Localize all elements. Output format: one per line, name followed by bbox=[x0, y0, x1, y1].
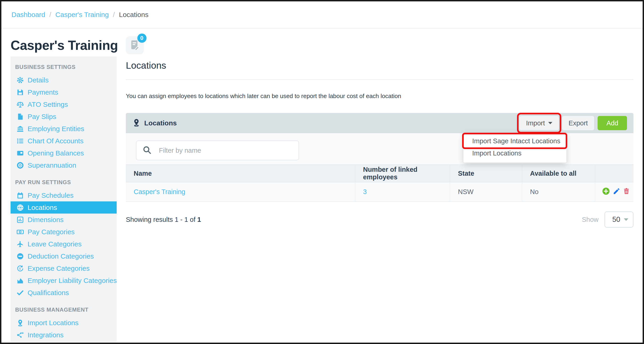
sidebar-item-superannuation[interactable]: Superannuation bbox=[10, 159, 117, 171]
bank-icon bbox=[16, 125, 24, 133]
locations-table: Name Number of linked employees State Av… bbox=[126, 164, 634, 202]
sidebar-item-label: Deduction Categories bbox=[28, 252, 94, 260]
sidebar-item-details[interactable]: Details bbox=[10, 74, 117, 86]
sidebar-item-label: Employer Liability Categories bbox=[28, 277, 117, 284]
settings-sidebar: BUSINESS SETTINGS Details Payments ATO S… bbox=[10, 56, 117, 342]
sidebar-item-pay-categories[interactable]: Pay Categories bbox=[10, 226, 117, 238]
map-pin-icon bbox=[16, 319, 24, 327]
results-summary: Showing results 1 - 1 of 1 bbox=[126, 216, 201, 224]
scales-icon bbox=[16, 100, 24, 108]
sidebar-item-label: Payments bbox=[28, 88, 58, 96]
dollar-refresh-icon: $ bbox=[16, 264, 24, 272]
page-size-value: 50 bbox=[612, 216, 620, 224]
sidebar-item-timesheets[interactable]: Timesheets bbox=[10, 341, 117, 342]
menu-item-import-sage-intacct-locations[interactable]: Import Sage Intacct Locations bbox=[464, 135, 566, 147]
share-icon bbox=[16, 331, 24, 339]
sidebar-item-label: Opening Balances bbox=[28, 149, 84, 157]
delete-trash-icon[interactable] bbox=[623, 188, 630, 196]
page-header: Casper's Training 0 bbox=[2, 28, 642, 56]
sidebar-item-pay-slips[interactable]: Pay Slips bbox=[10, 110, 117, 123]
sidebar-item-import-locations[interactable]: Import Locations bbox=[10, 317, 117, 329]
app-window: Dashboard / Casper's Training / Location… bbox=[0, 0, 644, 344]
panel-header: Locations Import Export bbox=[126, 113, 634, 133]
lifebuoy-icon bbox=[16, 161, 24, 170]
sidebar-item-deduction-categories[interactable]: Deduction Categories bbox=[10, 250, 117, 262]
add-sub-location-icon[interactable] bbox=[602, 187, 610, 197]
sidebar-item-label: Leave Categories bbox=[28, 240, 82, 248]
document-icon bbox=[16, 112, 24, 121]
filter-by-name-input[interactable] bbox=[158, 146, 292, 154]
plane-icon bbox=[16, 240, 24, 248]
breadcrumb-link-business[interactable]: Casper's Training bbox=[55, 11, 109, 18]
heading-divider bbox=[126, 79, 634, 80]
column-header-actions bbox=[595, 165, 634, 182]
import-button-label: Import bbox=[526, 120, 545, 127]
notes-count-badge: 0 bbox=[137, 34, 146, 43]
notes-button[interactable]: 0 bbox=[126, 36, 144, 54]
main-content: Locations You can assign employees to lo… bbox=[126, 56, 634, 342]
banknote-icon bbox=[16, 228, 24, 236]
import-dropdown-menu: Import Sage Intacct Locations Import Loc… bbox=[464, 133, 566, 162]
breadcrumb-link-dashboard[interactable]: Dashboard bbox=[12, 11, 45, 18]
import-button[interactable]: Import bbox=[520, 116, 558, 130]
sidebar-section-business-settings: BUSINESS SETTINGS bbox=[10, 60, 117, 74]
sidebar-item-opening-balances[interactable]: Opening Balances bbox=[10, 147, 117, 159]
gear-icon bbox=[16, 76, 24, 84]
wallet-icon bbox=[16, 149, 24, 157]
row-actions bbox=[595, 182, 634, 202]
sidebar-item-pay-schedules[interactable]: Pay Schedules bbox=[10, 189, 117, 202]
filter-input-box bbox=[136, 140, 299, 160]
breadcrumb-current-page: Locations bbox=[119, 11, 148, 18]
sidebar-item-employing-entities[interactable]: Employing Entities bbox=[10, 123, 117, 135]
results-prefix: Showing results 1 - 1 of bbox=[126, 216, 197, 223]
menu-item-label: Import Sage Intacct Locations bbox=[472, 137, 560, 145]
sidebar-item-employer-liability-categories[interactable]: Employer Liability Categories bbox=[10, 274, 117, 286]
sidebar-item-qualifications[interactable]: Qualifications bbox=[10, 286, 117, 299]
content-area: BUSINESS SETTINGS Details Payments ATO S… bbox=[2, 56, 642, 342]
edit-pencil-icon[interactable] bbox=[613, 188, 620, 196]
column-header-name: Name bbox=[126, 165, 355, 182]
add-button-label: Add bbox=[606, 120, 618, 127]
locations-panel: Locations Import Export bbox=[126, 113, 634, 202]
import-button-wrapper: Import bbox=[520, 116, 558, 130]
sidebar-item-label: Locations bbox=[28, 204, 57, 212]
add-button[interactable]: Add bbox=[598, 116, 627, 130]
page-description: You can assign employees to locations wh… bbox=[126, 92, 634, 100]
panel-actions: Import Export Add bbox=[520, 116, 627, 130]
column-header-linked-employees: Number of linked employees bbox=[355, 165, 450, 182]
linked-employees-link[interactable]: 3 bbox=[363, 188, 367, 196]
sidebar-section-pay-run-settings: PAY RUN SETTINGS bbox=[10, 171, 117, 189]
calendar-icon bbox=[16, 191, 24, 200]
page-size-group: Show 50 bbox=[582, 212, 634, 228]
sidebar-item-expense-categories[interactable]: $ Expense Categories bbox=[10, 262, 117, 274]
sidebar-item-integrations[interactable]: Integrations bbox=[10, 329, 117, 341]
sidebar-item-label: Details bbox=[28, 76, 49, 84]
sidebar-item-chart-of-accounts[interactable]: Chart Of Accounts bbox=[10, 135, 117, 147]
area-chart-icon bbox=[16, 276, 24, 285]
column-header-available-to-all: Available to all bbox=[522, 165, 595, 182]
column-header-state: State bbox=[450, 165, 522, 182]
export-button[interactable]: Export bbox=[562, 116, 594, 130]
panel-title: Locations bbox=[144, 119, 177, 127]
chevron-down-icon bbox=[548, 122, 552, 124]
sidebar-item-label: Integrations bbox=[28, 331, 64, 339]
sidebar-item-dimensions[interactable]: Dimensions bbox=[10, 214, 117, 226]
sidebar-item-label: Qualifications bbox=[28, 289, 69, 297]
page-size-select[interactable]: 50 bbox=[604, 212, 634, 228]
sidebar-item-label: Chart Of Accounts bbox=[28, 137, 83, 145]
sidebar-item-leave-categories[interactable]: Leave Categories bbox=[10, 238, 117, 250]
sidebar-item-ato-settings[interactable]: ATO Settings bbox=[10, 98, 117, 110]
bar-chart-icon bbox=[16, 216, 24, 224]
location-pin-icon bbox=[132, 118, 140, 128]
sidebar-item-label: ATO Settings bbox=[28, 100, 68, 108]
list-icon bbox=[16, 137, 24, 145]
sidebar-item-label: Pay Slips bbox=[28, 113, 56, 120]
sidebar-item-payments[interactable]: Payments bbox=[10, 86, 117, 98]
location-name-link[interactable]: Casper's Training bbox=[134, 188, 185, 196]
sidebar-item-label: Dimensions bbox=[28, 216, 64, 224]
sidebar-item-locations[interactable]: Locations bbox=[10, 202, 117, 214]
svg-text:$: $ bbox=[19, 266, 21, 270]
sidebar-item-label: Import Locations bbox=[28, 319, 78, 327]
menu-item-import-locations[interactable]: Import Locations bbox=[464, 147, 566, 159]
check-icon bbox=[16, 289, 24, 297]
